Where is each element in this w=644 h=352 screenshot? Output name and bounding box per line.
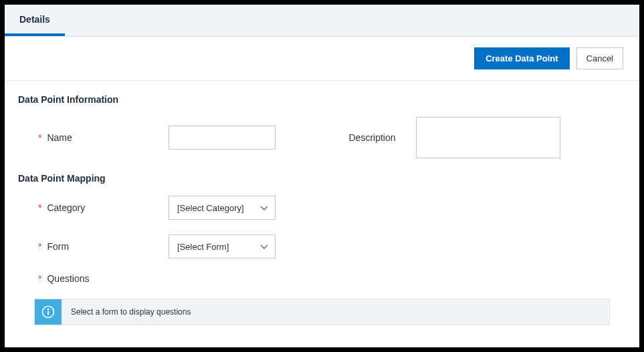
required-asterisk: * (38, 241, 41, 252)
tab-details[interactable]: Details (5, 5, 65, 36)
name-label-text: Name (47, 132, 72, 143)
description-textarea[interactable] (416, 117, 560, 158)
chevron-down-icon (259, 202, 270, 213)
tab-details-label: Details (19, 14, 50, 25)
action-bar: Create Data Point Cancel (5, 37, 639, 81)
cancel-button-label: Cancel (586, 53, 613, 63)
svg-rect-2 (47, 311, 49, 315)
category-select[interactable]: [Select Category] (169, 196, 276, 220)
questions-label-text: Questions (47, 273, 89, 284)
cancel-button[interactable]: Cancel (576, 47, 623, 69)
category-label: * Category (18, 202, 169, 213)
info-icon-box (35, 299, 62, 325)
questions-label: * Questions (18, 273, 169, 284)
tab-bar: Details (5, 5, 639, 37)
required-asterisk: * (38, 273, 41, 284)
chevron-down-icon (259, 241, 270, 252)
category-label-text: Category (47, 202, 85, 213)
form-label-text: Form (47, 241, 69, 252)
info-banner: Select a form to display questions (34, 299, 610, 325)
description-label: Description (322, 132, 396, 143)
required-asterisk: * (38, 132, 41, 143)
required-asterisk: * (38, 202, 41, 213)
name-input[interactable] (169, 126, 276, 150)
create-button-label: Create Data Point (486, 53, 558, 63)
form-label: * Form (18, 241, 169, 252)
name-label: * Name (18, 132, 169, 143)
form-select[interactable]: [Select Form] (169, 234, 276, 258)
info-icon (41, 305, 55, 319)
info-banner-text: Select a form to display questions (62, 299, 609, 325)
section-header-mapping: Data Point Mapping (18, 173, 626, 184)
section-header-info: Data Point Information (18, 94, 626, 105)
create-data-point-button[interactable]: Create Data Point (474, 47, 569, 69)
form-area: Data Point Information * Name Descriptio… (5, 81, 639, 347)
category-select-value: [Select Category] (177, 203, 244, 213)
svg-point-1 (47, 309, 49, 310)
form-select-value: [Select Form] (177, 242, 229, 252)
